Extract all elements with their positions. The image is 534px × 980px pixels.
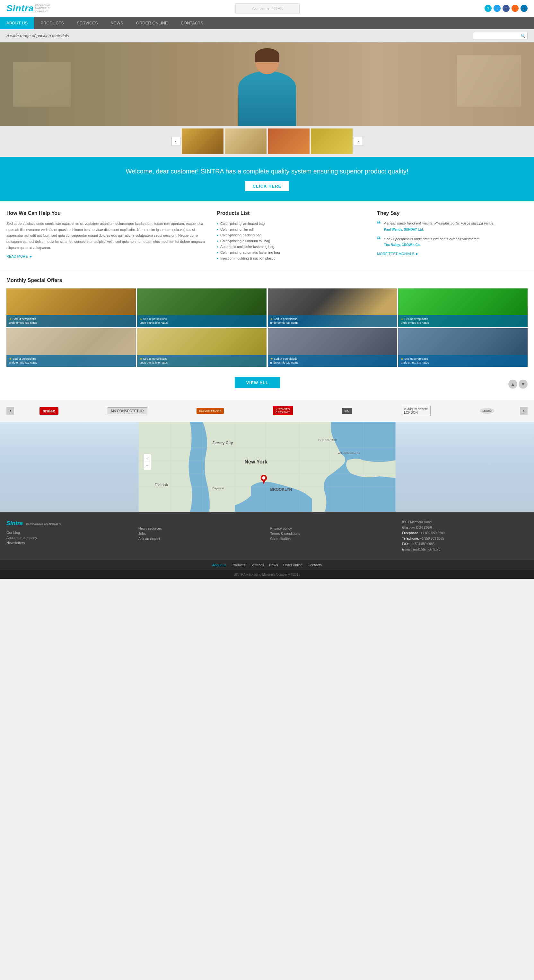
facebook-icon[interactable]: f xyxy=(502,5,510,12)
svg-text:−: − xyxy=(146,463,149,468)
twitter-icon[interactable]: t xyxy=(494,5,501,12)
partner-stanto[interactable]: K STANTOCREATIVO xyxy=(273,405,292,417)
quote-mark-2: “ xyxy=(377,236,381,247)
scroll-up-btn[interactable]: ▲ xyxy=(508,380,517,389)
offer-item-2[interactable]: ★Sed ut perspiciatisunde omnis iste natu… xyxy=(137,288,267,327)
products-title: Products List xyxy=(217,210,367,216)
thumbnail-3[interactable] xyxy=(268,129,310,154)
partners-list: brulex M4 CONSECTETUR ELEVEN★MARK K STAN… xyxy=(17,405,517,417)
footer-col-title-2 xyxy=(138,519,264,524)
search-box[interactable]: 🔍 xyxy=(473,32,528,40)
svg-text:BROOKLYN: BROOKLYN xyxy=(270,487,292,492)
product-list: Color-printing laminated bag Color-print… xyxy=(217,221,367,261)
footer-link-ask-expert[interactable]: Ask an expert xyxy=(138,537,264,541)
quote-mark-1: “ xyxy=(377,221,381,231)
footer-nav-news[interactable]: News xyxy=(269,563,278,567)
footer-link-jobs[interactable]: Jobs xyxy=(138,531,264,535)
product-item: Color-printing automatic fastening bag xyxy=(217,250,367,255)
nav-item-services[interactable]: SERVICES xyxy=(70,17,104,29)
footer-col-legal: Privacy policy Terms & conditions Case s… xyxy=(270,519,396,552)
partner-aliqum[interactable]: ⊙ Aliqum sphereLONDON xyxy=(401,405,431,417)
offer-overlay-7: ★Sed ut perspiciatisunde omnis iste natu… xyxy=(268,355,397,367)
partner-bio[interactable]: BIO xyxy=(342,405,352,417)
footer-nav-contacts[interactable]: Contacts xyxy=(308,563,321,567)
footer-link-privacy[interactable]: Privacy policy xyxy=(270,527,396,530)
footer-link-terms[interactable]: Terms & conditions xyxy=(270,531,396,535)
footer-link-case-studies[interactable]: Case studies xyxy=(270,537,396,541)
carousel-prev-btn[interactable]: ‹ xyxy=(172,137,180,146)
offer-item-1[interactable]: ★Sed ut perspiciatisunde omnis iste natu… xyxy=(6,288,136,327)
thumbnail-4[interactable] xyxy=(311,129,353,154)
subheader-tagline: A wide range of packing materials xyxy=(6,33,69,38)
offer-item-5[interactable]: ★Sed ut perspiciatisunde omnis iste natu… xyxy=(6,328,136,367)
linkedin-icon[interactable]: in xyxy=(521,5,528,12)
help-section: How We Can Help You Sed ut perspiciatis … xyxy=(6,210,207,261)
nav-item-about[interactable]: ABOUT US xyxy=(0,17,34,29)
offer-item-6[interactable]: ★Sed ut perspiciatisunde omnis iste natu… xyxy=(137,328,267,367)
partner-m4[interactable]: M4 CONSECTETUR xyxy=(108,405,148,417)
partners-next-btn[interactable]: › xyxy=(520,407,528,415)
main-nav: ABOUT US PRODUCTS SERVICES NEWS ORDER ON… xyxy=(0,17,534,29)
footer-link-blog[interactable]: Our blog xyxy=(6,531,132,535)
map-svg: Jersey City New York BROOKLYN Elizabeth … xyxy=(0,422,534,512)
rss-icon[interactable]: r xyxy=(512,5,518,12)
offer-item-8[interactable]: ★Sed ut perspiciatisunde omnis iste natu… xyxy=(398,328,528,367)
product-item: Color-printing packing bag xyxy=(217,232,367,238)
read-more-link[interactable]: READ MORE ► xyxy=(6,255,207,258)
search-icon[interactable]: 🔍 xyxy=(518,32,527,40)
nav-item-order[interactable]: ORDER ONLINE xyxy=(130,17,174,29)
product-item: Color-printing laminated bag xyxy=(217,221,367,226)
more-testimonials-link[interactable]: MORE TESTIMONIALS ► xyxy=(377,252,528,256)
offers-grid-row2: ★Sed ut perspiciatisunde omnis iste natu… xyxy=(6,328,528,367)
nav-item-products[interactable]: PRODUCTS xyxy=(34,17,70,29)
offer-item-4[interactable]: ★Sed ut perspiciatisunde omnis iste natu… xyxy=(398,288,528,327)
partner-brulex[interactable]: brulex xyxy=(40,405,59,417)
offer-item-7[interactable]: ★Sed ut perspiciatisunde omnis iste natu… xyxy=(268,328,397,367)
svg-text:+: + xyxy=(146,455,148,461)
nav-item-contacts[interactable]: CONTACTS xyxy=(174,17,210,29)
logo-text: Sintra xyxy=(6,3,34,13)
subheader: A wide range of packing materials 🔍 xyxy=(0,29,534,42)
thumbnail-1[interactable] xyxy=(182,129,224,154)
offer-overlay-6: ★Sed ut perspiciatisunde omnis iste natu… xyxy=(137,355,267,367)
footer-link-newsletters[interactable]: Newsletters xyxy=(6,541,132,545)
header: Sintra PACKAGINGMATERIALSCOMPANY Your ba… xyxy=(0,0,534,17)
offer-item-3[interactable]: ★Sed ut perspiciatisunde omnis iste natu… xyxy=(268,288,397,327)
thumbnail-2[interactable] xyxy=(225,129,267,154)
footer-link-new-resources[interactable]: New resources xyxy=(138,527,264,530)
carousel-next-btn[interactable]: › xyxy=(354,137,363,146)
offer-overlay-1: ★Sed ut perspiciatisunde omnis iste natu… xyxy=(6,315,136,327)
partner-eleven[interactable]: ELEVEN★MARK xyxy=(197,405,224,417)
partner-leura[interactable]: LEURA xyxy=(480,405,494,417)
cta-button[interactable]: CLICK HERE xyxy=(245,181,289,191)
nav-item-news[interactable]: NEWS xyxy=(104,17,130,29)
svg-text:Bayonne: Bayonne xyxy=(213,487,224,490)
quote-text-2: Sed ut perspiciatis unde omnis iste natu… xyxy=(384,236,480,242)
footer-nav-products[interactable]: Products xyxy=(232,563,245,567)
help-body: Sed ut perspiciatis unde omnis iste natu… xyxy=(6,221,207,251)
footer-nav: About us Products Services News Order on… xyxy=(0,560,534,570)
search-input[interactable] xyxy=(473,32,518,40)
offers-grid-row1: ★Sed ut perspiciatisunde omnis iste natu… xyxy=(6,288,528,327)
quote-author-2: Tim Bailey, CROW'n Co. xyxy=(384,243,480,247)
map-section[interactable]: Jersey City New York BROOKLYN Elizabeth … xyxy=(0,422,534,512)
testimonials-section: They Say “ Aenean namy hendrerit mauris.… xyxy=(377,210,528,261)
footer-nav-services[interactable]: Services xyxy=(251,563,264,567)
offers-section: Monthly Special Offers ★Sed ut perspicia… xyxy=(0,271,534,400)
footer-nav-about[interactable]: About us xyxy=(212,563,226,567)
offers-title: Monthly Special Offers xyxy=(6,277,528,283)
view-all-button[interactable]: VIEW ALL xyxy=(235,377,280,388)
partners-prev-btn[interactable]: ‹ xyxy=(6,407,14,415)
copyright-text: SINTRA Packaging Materials Company ©2015 xyxy=(234,573,300,576)
question-icon[interactable]: ? xyxy=(485,5,492,12)
footer-link-about[interactable]: About our company xyxy=(6,536,132,539)
footer-nav-order[interactable]: Order online xyxy=(283,563,303,567)
cta-banner: Welcome, dear customer! SINTRA has a com… xyxy=(0,157,534,201)
quote-2: “ Sed ut perspiciatis unde omnis iste na… xyxy=(377,236,528,247)
thumbnail-strip xyxy=(182,129,353,154)
scroll-down-btn[interactable]: ▼ xyxy=(518,380,528,389)
main-content: How We Can Help You Sed ut perspiciatis … xyxy=(0,201,534,271)
footer-col-title-3 xyxy=(270,519,396,524)
product-item: Color-printing film roll xyxy=(217,226,367,232)
footer-col-resources: New resources Jobs Ask an expert xyxy=(138,519,264,552)
